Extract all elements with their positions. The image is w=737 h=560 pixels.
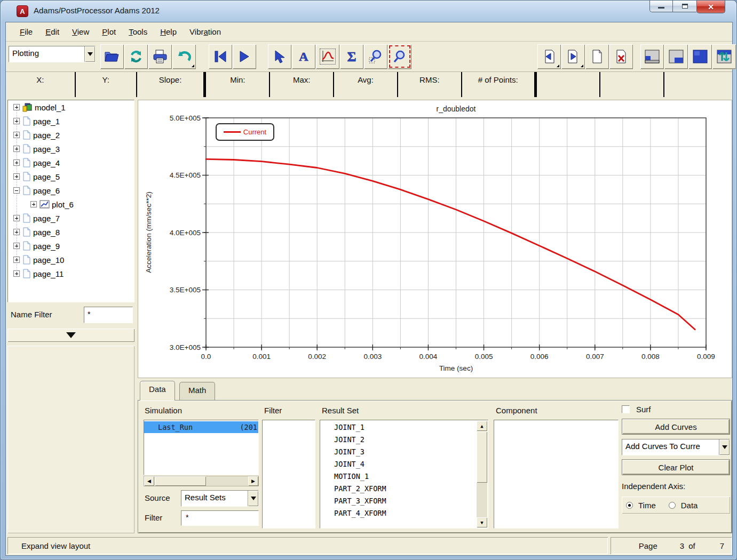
tree-item-page-1[interactable]: page_1 [8,114,134,128]
result-set-item[interactable]: JOINT_2 [320,434,488,446]
chevron-down-icon[interactable] [248,491,258,506]
layout-full-plot-button[interactable] [688,44,712,69]
tree-item-page-2[interactable]: page_2 [8,128,134,142]
chevron-down-icon [66,332,76,338]
simulation-item-selected[interactable]: Last_Run (201 [144,421,258,433]
expand-icon[interactable] [13,243,20,249]
refresh-button[interactable] [124,44,148,69]
scroll-left-icon[interactable]: ◀ [144,476,154,486]
result-set-item[interactable]: MOTION_1 [320,470,488,483]
result-set-item[interactable]: JOINT_1 [320,421,488,434]
tree-item-page-11[interactable]: page_11 [8,267,134,281]
result-set-item[interactable]: JOINT_3 [320,446,488,458]
source-combobox[interactable]: Result Sets [181,490,259,507]
scroll-right-icon[interactable]: ▶ [248,476,258,486]
close-button[interactable]: ✕ [696,1,725,13]
clear-plot-button[interactable]: Clear Plot [622,459,730,475]
scroll-up-icon[interactable]: ▲ [477,421,487,431]
tree-item-page-10[interactable]: page_10 [8,253,134,267]
result-set-listbox[interactable]: JOINT_1 JOINT_2 JOINT_3 JOINT_4 MOTION_1… [320,420,488,529]
menu-plot[interactable]: Plot [96,25,122,38]
undo-button[interactable] [172,44,196,69]
toolbar: Plotting [6,42,732,72]
result-set-item[interactable]: PART_3_XFORM [320,495,488,507]
component-listbox[interactable] [494,420,619,529]
expand-icon[interactable] [13,270,20,277]
expand-icon[interactable] [13,146,20,152]
add-curves-button[interactable]: Add Curves [622,419,730,435]
scroll-thumb[interactable] [155,476,206,486]
result-set-item[interactable]: PART_2_XFORM [320,483,488,495]
expand-icon[interactable] [13,173,20,180]
restore-button[interactable] [673,1,696,12]
tab-math[interactable]: Math [179,382,215,400]
swap-views-button[interactable] [712,44,736,69]
tree-item-page-6[interactable]: page_6 [8,183,134,197]
curve-edit-button[interactable] [316,44,339,69]
page-delete-icon [614,49,628,64]
simulation-hscrollbar[interactable]: ◀ ▶ [144,476,259,486]
plot-canvas[interactable]: 0.00.0010.0020.0030.0040.0050.0060.0070.… [138,100,732,378]
filter-input[interactable]: * [181,510,259,526]
pointer-tool-button[interactable] [268,44,291,69]
menu-file[interactable]: File [13,25,39,38]
mode-combobox[interactable]: Plotting [9,46,96,62]
first-page-button[interactable] [209,44,232,69]
result-set-vscrollbar[interactable]: ▲ ▼ [477,421,487,527]
result-set-item[interactable]: PART_4_XFORM [320,507,488,519]
expand-icon[interactable] [13,132,20,138]
expand-icon[interactable] [13,257,20,263]
scroll-down-icon[interactable]: ▼ [477,517,487,527]
menu-tools[interactable]: Tools [122,25,154,38]
new-page-button[interactable] [585,44,609,69]
add-mode-combobox[interactable]: Add Curves To Curre [622,439,730,455]
previous-page-button[interactable] [537,44,561,69]
expand-icon[interactable] [13,215,20,221]
menu-edit[interactable]: Edit [39,25,66,38]
filter-listbox[interactable] [262,420,315,529]
tree-expand-button[interactable] [7,329,134,342]
title-bar[interactable]: A Adams/PostProcessor Adams 2012 ✕ [1,1,736,22]
delete-page-button[interactable] [609,44,633,69]
scroll-thumb[interactable] [477,431,487,483]
tree-item-plot-6[interactable]: plot_6 [8,197,134,211]
tree-item-page-9[interactable]: page_9 [8,239,134,253]
expand-icon[interactable] [13,229,20,235]
expand-icon[interactable] [30,201,37,207]
menu-vibration[interactable]: Vibration [183,25,227,38]
statistics-button[interactable]: Σ [340,44,363,69]
simulation-listbox[interactable]: Last_Run (201 [144,420,259,475]
tree-item-page-3[interactable]: page_3 [8,142,134,156]
curve-stats-bar: X: Y: Slope: Min: Max: Avg: RMS: # of Po… [6,72,732,97]
expand-icon[interactable] [13,104,20,110]
collapse-icon[interactable] [13,187,20,194]
zoom-button[interactable] [364,44,387,69]
minimize-button[interactable] [649,1,673,12]
name-filter-input[interactable]: * [84,307,133,323]
tree-item-page-8[interactable]: page_8 [8,225,134,239]
chevron-down-icon[interactable] [719,439,730,455]
radio-data[interactable] [669,502,676,509]
tree-item-page-4[interactable]: page_4 [8,156,134,170]
menu-help[interactable]: Help [154,25,183,38]
text-annotation-button[interactable]: A [292,44,315,69]
next-page-button[interactable] [561,44,585,69]
menu-view[interactable]: View [66,25,96,38]
tree-item-page-7[interactable]: page_7 [8,211,134,225]
chevron-down-icon[interactable] [84,46,95,62]
tree-item-model-1[interactable]: model_1 [8,100,134,114]
print-button[interactable] [148,44,172,69]
expand-icon[interactable] [13,118,20,124]
surf-checkbox[interactable] [622,405,630,413]
layout-plot-tree-button[interactable] [640,44,664,69]
open-file-button[interactable] [100,44,124,69]
zoom-window-button[interactable] [388,44,411,69]
plot-view[interactable]: r_doubledot Acceleration (mm/sec**2) Tim… [138,100,732,378]
play-forward-button[interactable] [233,44,256,69]
radio-time[interactable] [626,502,633,509]
expand-icon[interactable] [13,159,20,166]
layout-plot-bottom-button[interactable] [664,44,688,69]
tree-item-page-5[interactable]: page_5 [8,170,134,183]
result-set-item[interactable]: JOINT_4 [320,458,488,470]
tab-data[interactable]: Data [140,381,175,401]
